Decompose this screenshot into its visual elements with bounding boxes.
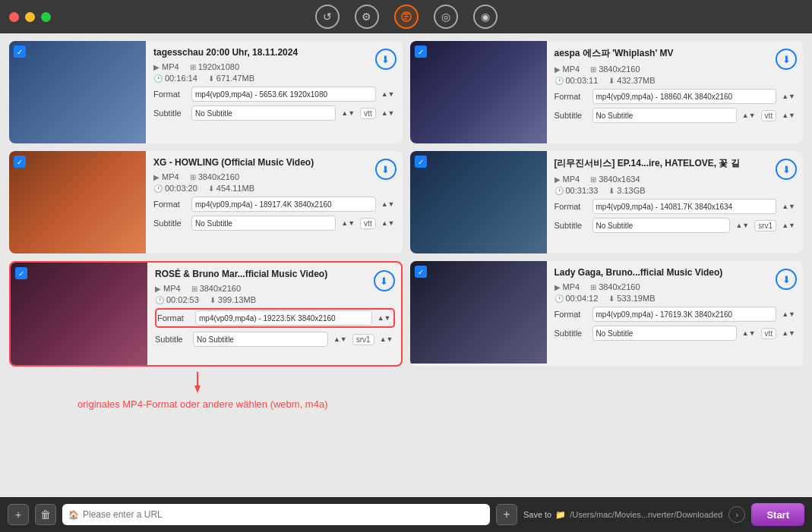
- subtitle-dropdown-arrow-v1[interactable]: ▲▼: [340, 109, 356, 117]
- thumbnail-v3: ✓: [9, 151, 146, 253]
- svg-rect-3: [404, 18, 407, 20]
- subtitle-select-v3[interactable]: No Subtitle: [191, 216, 336, 231]
- subtitle-dropdown-arrow-v5[interactable]: ▲▼: [332, 335, 349, 343]
- subtitle-format-arrow-v2[interactable]: ▲▼: [780, 112, 797, 119]
- download-button-v4[interactable]: ⬇: [776, 159, 797, 180]
- codec-value-v1: MP4: [162, 62, 179, 71]
- subtitle-select-v5[interactable]: No Subtitle: [193, 332, 328, 347]
- download-button-v1[interactable]: ⬇: [375, 49, 397, 70]
- subtitle-format-arrow-v5[interactable]: ▲▼: [378, 335, 395, 343]
- duration-v3: 🕐 00:03:20: [153, 184, 197, 193]
- thumbnail-v5: ✓: [11, 263, 147, 365]
- subtitle-select-wrapper-v2: No Subtitle: [592, 108, 737, 123]
- subtitle-dropdown-arrow-v6[interactable]: ▲▼: [741, 329, 757, 337]
- format-select-v4[interactable]: mp4(vp09,mp4a) - 14081.7K 3840x1634: [592, 199, 777, 214]
- nav-icon-4[interactable]: ◎: [434, 5, 458, 29]
- checkbox-v5[interactable]: ✓: [15, 267, 27, 279]
- subtitle-row-v3: Subtitle No Subtitle ▲▼ vtt ▲▼: [153, 216, 397, 231]
- start-button[interactable]: Start: [751, 503, 804, 526]
- window-controls: [9, 12, 51, 22]
- checkbox-v2[interactable]: ✓: [415, 46, 427, 58]
- codec-v3: ▶ MP4: [153, 172, 179, 181]
- download-button-v3[interactable]: ⬇: [375, 159, 397, 180]
- close-button[interactable]: [9, 12, 19, 22]
- subtitle-select-v1[interactable]: No Subtitle: [191, 105, 336, 121]
- nav-icon-3[interactable]: [394, 5, 419, 29]
- thumb-content-v1: [9, 41, 146, 143]
- format-row-v2: Format mp4(vp09,mp4a) - 18860.4K 3840x21…: [554, 89, 798, 104]
- subtitle-label-v6: Subtitle: [554, 329, 589, 338]
- format-dropdown-arrow-v5[interactable]: ▲▼: [376, 314, 393, 322]
- size-value-v2: 432.37MB: [617, 76, 655, 85]
- format-row-v3: Format mp4(vp09,mp4a) - 18917.4K 3840x21…: [153, 197, 397, 212]
- video-info-v2: aespa 에스파 'Whiplash' MV ▶ MP4 ⊞ 3840x216…: [547, 41, 804, 143]
- download-button-v6[interactable]: ⬇: [776, 269, 797, 290]
- thumb-content-v5: [11, 263, 147, 365]
- subtitle-format-arrow-v6[interactable]: ▲▼: [780, 329, 797, 337]
- format-dropdown-arrow-v2[interactable]: ▲▼: [780, 93, 797, 100]
- format-select-v5[interactable]: mp4(vp09,mp4a) - 19223.5K 3840x2160: [195, 310, 372, 326]
- resolution-v1: ⊞ 1920x1080: [190, 62, 239, 71]
- format-select-v3[interactable]: mp4(vp09,mp4a) - 18917.4K 3840x2160: [191, 197, 376, 212]
- checkbox-v1[interactable]: ✓: [14, 46, 26, 58]
- subtitle-dropdown-arrow-v2[interactable]: ▲▼: [741, 112, 757, 119]
- nav-icon-2[interactable]: ⚙: [355, 5, 379, 29]
- duration-v2: 🕐 00:03:11: [554, 76, 599, 85]
- url-input[interactable]: [83, 509, 484, 520]
- subtitle-format-arrow-v4[interactable]: ▲▼: [780, 222, 797, 229]
- subtitle-dropdown-arrow-v3[interactable]: ▲▼: [340, 219, 356, 227]
- meta-row-time-v6: 🕐 00:04:12 ⬇ 533.19MB: [554, 294, 798, 303]
- add-url-button[interactable]: +: [8, 504, 29, 525]
- codec-value-v6: MP4: [563, 282, 580, 291]
- size-icon-v5: ⬇: [210, 296, 216, 304]
- checkbox-v4[interactable]: ✓: [415, 156, 427, 168]
- checkbox-v3[interactable]: ✓: [14, 156, 26, 168]
- video-title-v4: [리무진서비스] EP.14...ire, HATELOVE, 꽃 길: [554, 157, 798, 170]
- format-dropdown-arrow-v1[interactable]: ▲▼: [380, 90, 397, 98]
- subtitle-label-v3: Subtitle: [153, 219, 188, 228]
- maximize-button[interactable]: [41, 12, 51, 22]
- codec-value-v4: MP4: [563, 175, 580, 184]
- format-select-wrapper-v6: mp4(vp09,mp4a) - 17619.3K 3840x2160: [592, 307, 777, 322]
- subtitle-select-v2[interactable]: No Subtitle: [592, 108, 737, 123]
- video-info-v3: XG - HOWLING (Official Music Video) ▶ MP…: [146, 151, 403, 253]
- download-button-v5[interactable]: ⬇: [374, 270, 395, 291]
- subtitle-format-arrow-v1[interactable]: ▲▼: [380, 109, 397, 117]
- format-select-wrapper-v2: mp4(vp09,mp4a) - 18860.4K 3840x2160: [592, 89, 777, 104]
- save-to-label: Save to 📁 /Users/mac/Movies...nverter/Do…: [523, 510, 722, 520]
- format-dropdown-arrow-v3[interactable]: ▲▼: [380, 200, 397, 208]
- subtitle-format-v6: vtt: [761, 328, 777, 339]
- nav-icon-5[interactable]: ◉: [473, 5, 498, 29]
- format-dropdown-arrow-v4[interactable]: ▲▼: [780, 203, 797, 210]
- thumb-content-v2: [410, 41, 547, 143]
- codec-icon-v3: ▶: [153, 173, 160, 181]
- resolution-value-v1: 1920x1080: [198, 62, 239, 71]
- checkbox-v6[interactable]: ✓: [415, 266, 427, 278]
- bottom-bar: + 🗑 🏠 + Save to 📁 /Users/mac/Movies...nv…: [0, 497, 812, 532]
- video-item-v5: ✓ ROSÉ & Bruno Mar...fficial Music Video…: [9, 261, 403, 367]
- path-arrow-button[interactable]: ›: [728, 506, 745, 523]
- download-button-v2[interactable]: ⬇: [776, 49, 797, 70]
- nav-icon-1[interactable]: ↺: [315, 5, 340, 29]
- clock-icon-v6: 🕐: [554, 294, 564, 303]
- resolution-v4: ⊞ 3840x1634: [590, 175, 640, 184]
- meta-row-codec-v6: ▶ MP4 ⊞ 3840x2160: [554, 282, 798, 291]
- subtitle-dropdown-arrow-v4[interactable]: ▲▼: [734, 222, 750, 229]
- format-dropdown-arrow-v6[interactable]: ▲▼: [780, 310, 797, 318]
- resolution-icon-v3: ⊞: [190, 173, 196, 181]
- main-content: ✓ tagesschau 20:00 Uhr, 18.11.2024 ▶ MP4…: [0, 33, 812, 497]
- format-select-wrapper-v4: mp4(vp09,mp4a) - 14081.7K 3840x1634: [592, 199, 777, 214]
- minimize-button[interactable]: [25, 12, 35, 22]
- subtitle-select-v6[interactable]: No Subtitle: [592, 326, 737, 341]
- nav-icons: ↺ ⚙ ◎ ◉: [315, 5, 498, 29]
- subtitle-format-arrow-v3[interactable]: ▲▼: [380, 219, 397, 227]
- meta-row-codec-v5: ▶ MP4 ⊞ 3840x2160: [155, 284, 395, 293]
- add-button[interactable]: +: [496, 504, 517, 525]
- filesize-v6: ⬇ 533.19MB: [608, 294, 655, 303]
- format-label-v5: Format: [157, 313, 191, 323]
- subtitle-select-v4[interactable]: No Subtitle: [592, 218, 731, 233]
- format-select-v6[interactable]: mp4(vp09,mp4a) - 17619.3K 3840x2160: [592, 307, 777, 322]
- delete-button[interactable]: 🗑: [35, 504, 56, 525]
- format-select-v2[interactable]: mp4(vp09,mp4a) - 18860.4K 3840x2160: [592, 89, 777, 104]
- format-select-v1[interactable]: mp4(vp09,mp4a) - 5653.6K 1920x1080: [191, 87, 376, 102]
